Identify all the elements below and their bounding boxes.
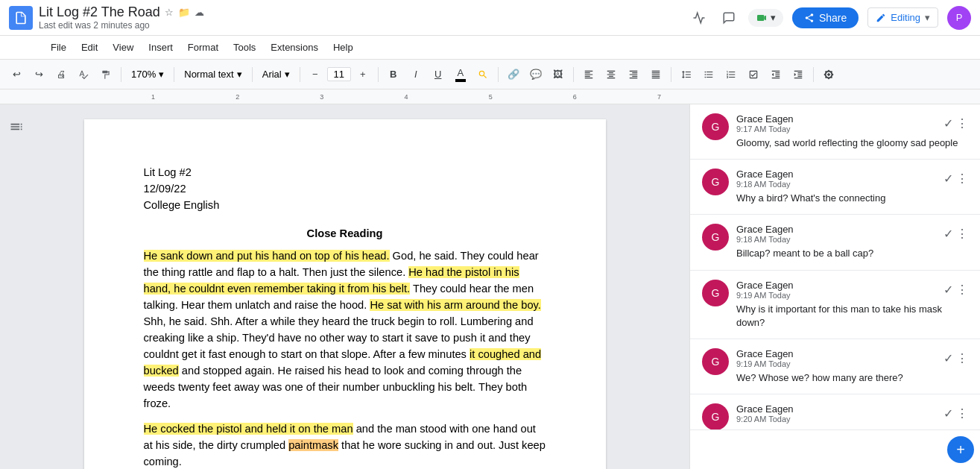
user-avatar[interactable]: P xyxy=(947,6,971,30)
comment-card-3: G Grace Eagen 9:18 AM Today ✓ ⋮ Billcap?… xyxy=(690,215,980,270)
menu-edit[interactable]: Edit xyxy=(75,39,104,56)
clear-formatting-button[interactable] xyxy=(818,64,839,85)
menu-format[interactable]: Format xyxy=(182,39,224,56)
style-chevron: ▾ xyxy=(237,69,242,80)
menu-extensions[interactable]: Extensions xyxy=(265,39,324,56)
highlight-span-5: He cocked the pistol and held it on the … xyxy=(144,423,353,435)
ruler-marks: 1 2 3 4 5 6 7 xyxy=(145,93,667,101)
text-color-indicator xyxy=(455,79,466,82)
comment-body-2: Grace Eagen 9:18 AM Today ✓ ⋮ Why a bird… xyxy=(736,169,968,205)
comment-check-5[interactable]: ✓ xyxy=(943,351,953,365)
main-area: Lit Log #2 12/09/22 College English Clos… xyxy=(0,104,980,469)
menu-file[interactable]: File xyxy=(45,39,72,56)
link-button[interactable]: 🔗 xyxy=(503,64,524,85)
comment-author-1: Grace Eagen xyxy=(736,113,794,125)
comment-body-6: Grace Eagen 9:20 AM Today ✓ ⋮ xyxy=(736,403,968,430)
comment-more-4[interactable]: ⋮ xyxy=(956,283,968,297)
editing-mode-button[interactable]: Editing ▾ xyxy=(867,7,938,28)
comment-more-3[interactable]: ⋮ xyxy=(956,227,968,241)
comment-time-5: 9:19 AM Today xyxy=(736,359,794,368)
comment-avatar-6: G xyxy=(702,403,729,430)
comment-check-4[interactable]: ✓ xyxy=(943,283,953,297)
highlight-span-2: He had the pistol in his hand, he couldn… xyxy=(144,266,519,295)
underline-button[interactable]: U xyxy=(428,64,449,85)
doc-title-section: Lit Log #2 The Road ☆ 📁 ☁ Last edit was … xyxy=(39,4,204,31)
comment-avatar-1: G xyxy=(702,113,729,140)
add-comment-button[interactable]: + xyxy=(947,436,974,463)
comment-check-2[interactable]: ✓ xyxy=(943,171,953,186)
comment-time-3: 9:18 AM Today xyxy=(736,235,794,244)
zoom-select[interactable]: 170% ▾ xyxy=(126,64,169,85)
comment-actions-5: ✓ ⋮ xyxy=(943,351,968,365)
menu-bar: File Edit View Insert Format Tools Exten… xyxy=(0,36,980,60)
comment-check-1[interactable]: ✓ xyxy=(943,116,953,130)
comment-actions-1: ✓ ⋮ xyxy=(943,116,968,130)
comments-icon[interactable] xyxy=(718,7,739,28)
redo-button[interactable]: ↪ xyxy=(28,64,49,85)
comment-text-4: Why is it important for this man to take… xyxy=(736,303,968,330)
comment-check-3[interactable]: ✓ xyxy=(943,227,953,241)
align-left-button[interactable] xyxy=(578,64,599,85)
print-button[interactable]: 🖨 xyxy=(51,64,72,85)
style-select[interactable]: Normal text ▾ xyxy=(179,64,247,85)
increase-indent-button[interactable] xyxy=(788,64,809,85)
justify-button[interactable] xyxy=(645,64,666,85)
comment-card-2: G Grace Eagen 9:18 AM Today ✓ ⋮ Why a bi… xyxy=(690,160,980,215)
highlight-span-1: He sank down and put his hand on top of … xyxy=(144,250,390,262)
numbered-list-button[interactable] xyxy=(721,64,742,85)
font-size-decrease[interactable]: − xyxy=(305,64,326,85)
style-value: Normal text xyxy=(184,69,233,80)
meet-button[interactable]: ▾ xyxy=(748,9,783,27)
menu-help[interactable]: Help xyxy=(327,39,359,56)
outline-toggle[interactable] xyxy=(9,119,24,136)
font-size-input[interactable]: 11 xyxy=(327,67,351,81)
zoom-value: 170% xyxy=(131,69,156,80)
app-icon[interactable] xyxy=(9,6,33,30)
align-right-button[interactable] xyxy=(623,64,644,85)
document-scroll[interactable]: Lit Log #2 12/09/22 College English Clos… xyxy=(0,104,689,469)
comment-body-5: Grace Eagen 9:19 AM Today ✓ ⋮ We? Whose … xyxy=(736,348,968,385)
menu-view[interactable]: View xyxy=(107,39,139,56)
comment-author-4: Grace Eagen xyxy=(736,280,794,291)
doc-title[interactable]: Lit Log #2 The Road xyxy=(39,4,160,20)
font-size-increase[interactable]: + xyxy=(353,64,373,85)
comment-more-6[interactable]: ⋮ xyxy=(956,406,968,421)
undo-button[interactable]: ↩ xyxy=(6,64,27,85)
comment-card-4: G Grace Eagen 9:19 AM Today ✓ ⋮ Why is i… xyxy=(690,271,980,339)
comment-body-4: Grace Eagen 9:19 AM Today ✓ ⋮ Why is it … xyxy=(736,280,968,330)
bullets-button[interactable] xyxy=(698,64,719,85)
line-spacing-button[interactable] xyxy=(676,64,697,85)
doc-title-line1: Lit Log #2 xyxy=(144,164,546,180)
folder-icon[interactable]: 📁 xyxy=(178,7,190,18)
italic-button[interactable]: I xyxy=(405,64,426,85)
comment-text-3: Billcap? meant to be a ball cap? xyxy=(736,247,968,260)
menu-tools[interactable]: Tools xyxy=(227,39,262,56)
comment-header-4: Grace Eagen 9:19 AM Today ✓ ⋮ xyxy=(736,280,968,300)
star-icon[interactable]: ☆ xyxy=(165,7,174,18)
doc-class: College English xyxy=(144,197,546,213)
toolbar: ↩ ↪ 🖨 170% ▾ Normal text ▾ Arial ▾ − 11 … xyxy=(0,60,980,89)
text-color-button[interactable]: A xyxy=(450,64,471,85)
top-bar: Lit Log #2 The Road ☆ 📁 ☁ Last edit was … xyxy=(0,0,980,36)
menu-insert[interactable]: Insert xyxy=(142,39,179,56)
share-button[interactable]: Share xyxy=(792,7,859,28)
spell-check-button[interactable] xyxy=(73,64,94,85)
svg-rect-0 xyxy=(757,15,764,21)
bold-button[interactable]: B xyxy=(383,64,404,85)
image-button[interactable]: 🖼 xyxy=(548,64,569,85)
paint-format-button[interactable] xyxy=(95,64,116,85)
comment-more-1[interactable]: ⋮ xyxy=(956,116,968,130)
comment-more-2[interactable]: ⋮ xyxy=(956,171,968,186)
comment-card-1: G Grace Eagen 9:17 AM Today ✓ ⋮ Gloomy, … xyxy=(690,104,980,160)
comment-time-1: 9:17 AM Today xyxy=(736,125,794,133)
cloud-icon[interactable]: ☁ xyxy=(195,7,204,18)
font-select[interactable]: Arial ▾ xyxy=(257,64,295,85)
comment-button[interactable]: 💬 xyxy=(525,64,546,85)
highlight-button[interactable] xyxy=(472,64,493,85)
comment-check-6[interactable]: ✓ xyxy=(943,406,953,421)
decrease-indent-button[interactable] xyxy=(765,64,786,85)
checklist-button[interactable] xyxy=(743,64,764,85)
align-center-button[interactable] xyxy=(601,64,622,85)
search-trends-icon[interactable] xyxy=(689,7,709,28)
comment-more-5[interactable]: ⋮ xyxy=(956,351,968,365)
